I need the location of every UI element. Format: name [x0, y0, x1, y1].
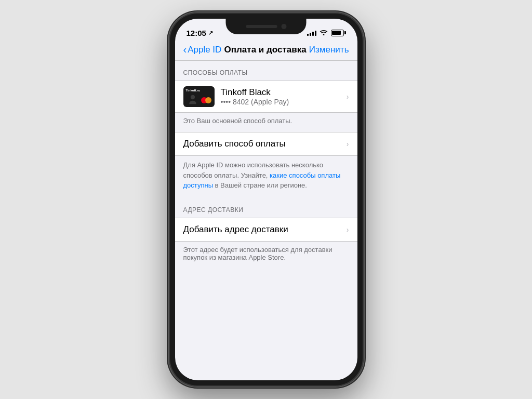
- add-payment-chevron-icon: ›: [347, 140, 349, 148]
- edit-button[interactable]: Изменить: [309, 45, 349, 55]
- notch: [226, 19, 307, 34]
- status-icons: [307, 29, 346, 37]
- main-content: СПОСОБЫ ОПЛАТЫ Tinkoff.ru: [175, 61, 357, 380]
- location-icon: ↗: [208, 30, 213, 36]
- add-payment-row[interactable]: Добавить способ оплаты ›: [175, 132, 357, 155]
- add-payment-section: Добавить способ оплаты ›: [175, 132, 357, 156]
- time-display: 12:05: [187, 29, 206, 37]
- add-payment-label: Добавить способ оплаты: [183, 139, 286, 149]
- signal-bar-1: [307, 34, 309, 36]
- phone-screen: 12:05 ↗: [175, 19, 357, 380]
- battery-icon: [331, 30, 346, 36]
- notch-speaker: [246, 25, 277, 28]
- payment-list-section: Tinkoff.ru: [175, 81, 357, 113]
- card-number: •••• 8402 (Apple Pay): [221, 98, 340, 106]
- delivery-hint: Этот адрес будет использоваться для дост…: [175, 242, 357, 269]
- back-button[interactable]: ‹ Apple ID: [183, 45, 222, 55]
- info-suffix: в Вашей стране или регионе.: [213, 181, 307, 189]
- phone-device: 12:05 ↗: [169, 12, 364, 387]
- payment-info-text: Для Apple ID можно использовать нескольк…: [175, 156, 357, 198]
- signal-bars-icon: [307, 30, 316, 36]
- svg-point-0: [190, 95, 194, 99]
- add-delivery-row[interactable]: Добавить адрес доставки ›: [175, 218, 357, 241]
- status-time: 12:05 ↗: [187, 29, 213, 37]
- card-name: Tinkoff Black: [221, 87, 340, 98]
- battery-fill: [332, 31, 341, 35]
- card-info: Tinkoff Black •••• 8402 (Apple Pay): [221, 87, 340, 106]
- signal-bar-3: [312, 32, 314, 36]
- payment-section-header: СПОСОБЫ ОПЛАТЫ: [175, 61, 357, 81]
- back-chevron-icon: ‹: [183, 44, 187, 55]
- add-delivery-label: Добавить адрес доставки: [183, 224, 288, 235]
- payment-hint: Это Ваш основной способ оплаты.: [175, 113, 357, 132]
- phone-content: 12:05 ↗: [175, 19, 357, 380]
- add-delivery-section: Добавить адрес доставки ›: [175, 218, 357, 242]
- signal-bar-2: [310, 33, 311, 36]
- notch-camera: [281, 24, 286, 29]
- nav-bar: ‹ Apple ID Оплата и доставка Изменить: [175, 42, 357, 60]
- card-row-chevron-icon: ›: [347, 92, 349, 101]
- add-delivery-chevron-icon: ›: [347, 225, 349, 234]
- card-image: Tinkoff.ru: [183, 86, 215, 107]
- delivery-section-header: АДРЕС ДОСТАВКИ: [175, 198, 357, 218]
- tinkoff-card-row[interactable]: Tinkoff.ru: [175, 81, 357, 112]
- mc-right-circle: [205, 97, 211, 103]
- battery-tip: [344, 31, 346, 34]
- mastercard-logo: [201, 97, 211, 104]
- wifi-icon: [320, 29, 328, 37]
- signal-bar-4: [315, 31, 316, 36]
- card-brand-text: Tinkoff.ru: [186, 89, 201, 92]
- card-person-icon: [188, 95, 198, 105]
- page-title: Оплата и доставка: [224, 45, 307, 55]
- battery-body: [331, 30, 344, 36]
- back-label: Apple ID: [188, 45, 221, 55]
